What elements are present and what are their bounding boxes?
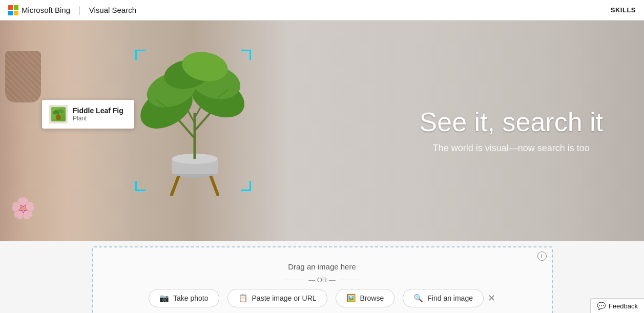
header-divider: | (78, 5, 81, 15)
upload-dropzone[interactable]: i Drag an image here — OR — 📷 Take photo… (92, 246, 553, 314)
ms-logo-red (8, 5, 13, 10)
hero-text-block: See it, search it The world is visual—no… (420, 108, 603, 154)
or-line-left (284, 280, 304, 280)
corner-tl (135, 50, 146, 60)
tooltip-thumbnail (49, 105, 68, 123)
take-photo-label: Take photo (173, 294, 209, 302)
find-image-label: Find an image (427, 294, 473, 302)
feedback-icon: 💬 (597, 302, 606, 310)
page-title: Visual Search (89, 6, 136, 14)
hero-section: 🌸 (0, 20, 644, 241)
or-divider: — OR — (284, 276, 360, 284)
ms-logo-green (14, 5, 18, 10)
feedback-button[interactable]: 💬 Feedback (590, 298, 644, 313)
ms-logo-yellow (14, 11, 18, 15)
browse-label: Browse (360, 294, 384, 302)
bing-logo: Microsoft Bing (8, 5, 70, 15)
bing-brand-text: Microsoft Bing (22, 6, 70, 14)
tooltip-plant-type: Plant (73, 115, 123, 122)
tooltip-text: Fiddle Leaf Fig Plant (73, 107, 123, 122)
browse-icon: 🖼️ (346, 294, 356, 303)
upload-buttons: 📷 Take photo 📋 Paste image or URL 🖼️ Bro… (149, 289, 495, 307)
plant-selection-box (134, 49, 252, 192)
camera-icon: 📷 (159, 294, 169, 303)
drag-text: Drag an image here (288, 262, 356, 271)
info-icon[interactable]: i (537, 252, 547, 261)
corner-br (241, 181, 251, 191)
hero-subtext: The world is visual—now search is too (420, 143, 603, 154)
paste-icon: 📋 (238, 294, 248, 303)
paste-image-button[interactable]: 📋 Paste image or URL (227, 289, 327, 307)
hero-background: 🌸 (0, 20, 644, 241)
plant-tooltip-card: Fiddle Leaf Fig Plant (42, 100, 134, 129)
svg-point-18 (56, 114, 61, 120)
corner-tr (241, 50, 251, 60)
upload-section: i Drag an image here — OR — 📷 Take photo… (0, 241, 644, 313)
ms-logo-blue (8, 11, 13, 15)
tooltip-plant-name: Fiddle Leaf Fig (73, 107, 123, 115)
feedback-label: Feedback (609, 302, 638, 310)
header: Microsoft Bing | Visual Search SKILLS (0, 0, 644, 20)
paste-image-label: Paste image or URL (252, 294, 317, 302)
tooltip-thumb-image (51, 107, 66, 121)
or-line-right (340, 280, 360, 280)
microsoft-logo (8, 5, 18, 15)
flower-decoration: 🌸 (10, 196, 36, 220)
browse-button[interactable]: 🖼️ Browse (336, 289, 395, 307)
or-text: — OR — (308, 276, 336, 284)
corner-bl (135, 181, 146, 191)
header-left: Microsoft Bing | Visual Search (8, 5, 136, 15)
basket-decoration (5, 51, 41, 102)
skills-button[interactable]: SKILLS (611, 6, 636, 14)
hero-heading: See it, search it (420, 108, 603, 137)
close-button[interactable]: ✕ (488, 293, 495, 304)
find-image-button[interactable]: 🔍 Find an image (403, 289, 484, 307)
search-icon: 🔍 (413, 294, 423, 303)
take-photo-button[interactable]: 📷 Take photo (149, 289, 219, 307)
